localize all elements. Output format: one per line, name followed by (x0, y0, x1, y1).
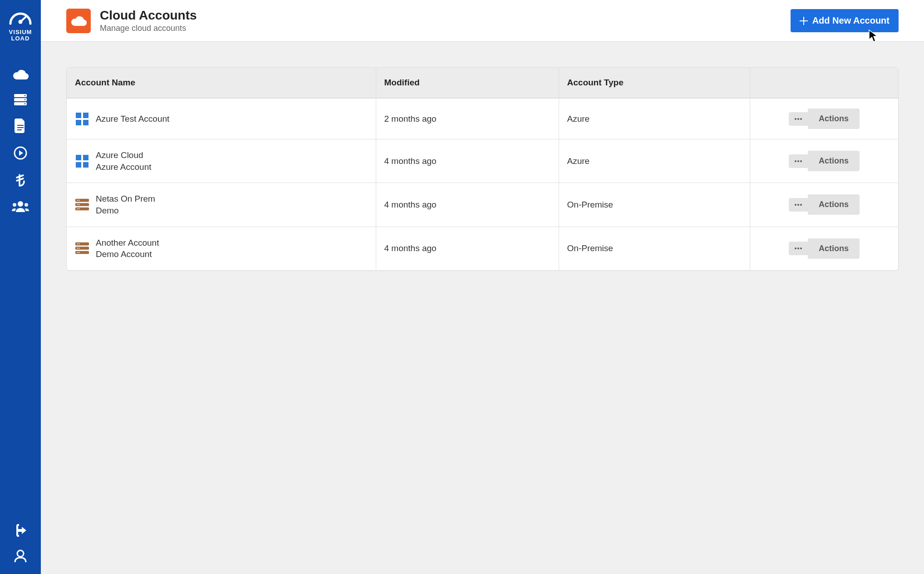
cell-account-name: Another AccountDemo Account (67, 227, 376, 270)
svg-point-7 (25, 103, 26, 104)
table-body: Azure Test Account2 months agoAzureActio… (67, 98, 898, 270)
svg-point-42 (800, 204, 802, 206)
accounts-table: Account Name Modified Account Type Azure… (66, 67, 899, 271)
col-header-actions (750, 68, 898, 98)
servers-icon (13, 93, 28, 106)
profile-icon (14, 549, 27, 563)
cell-modified: 4 months ago (376, 227, 559, 270)
svg-point-41 (797, 204, 799, 206)
svg-point-54 (800, 247, 802, 249)
svg-point-5 (25, 95, 26, 96)
nav-play[interactable] (13, 146, 28, 160)
app-root: VISIUM LOAD (0, 0, 924, 574)
file-icon (15, 119, 26, 133)
svg-rect-17 (76, 113, 81, 118)
nav-profile[interactable] (14, 549, 27, 563)
cell-modified: 2 months ago (376, 99, 559, 139)
cell-account-name: Netas On PremDemo (67, 183, 376, 226)
svg-rect-27 (83, 162, 88, 168)
sidebar-nav (12, 69, 29, 212)
svg-point-49 (79, 248, 79, 249)
account-name-line1: Azure Test Account (96, 113, 169, 125)
svg-point-37 (79, 204, 79, 205)
gauge-icon (8, 8, 33, 26)
account-name-line1: Azure Cloud (96, 149, 152, 161)
more-dots-icon (794, 247, 802, 250)
more-dots-icon (794, 160, 802, 163)
more-dots-icon (794, 118, 802, 120)
currency-icon (15, 173, 26, 188)
svg-point-35 (79, 200, 79, 201)
svg-point-21 (795, 118, 796, 120)
col-header-modified: Modified (376, 68, 559, 98)
row-more-button[interactable] (789, 154, 808, 168)
row-actions-button[interactable]: Actions (808, 109, 860, 129)
add-new-account-button[interactable]: Add New Account (791, 9, 899, 32)
cell-actions: Actions (750, 227, 898, 270)
row-actions-button[interactable]: Actions (808, 194, 860, 215)
svg-point-51 (79, 252, 79, 253)
header-titles: Cloud Accounts Manage cloud accounts (100, 8, 197, 33)
nav-signout[interactable] (14, 524, 27, 537)
col-header-name: Account Name (67, 68, 376, 98)
account-name-line2: Demo (96, 205, 155, 217)
account-name-text: Netas On PremDemo (96, 193, 155, 216)
row-more-button[interactable] (789, 198, 808, 212)
signout-icon (14, 524, 27, 537)
cell-account-type: Azure (559, 99, 750, 139)
nav-cloud[interactable] (12, 69, 29, 80)
nav-file[interactable] (15, 119, 26, 133)
svg-point-40 (795, 204, 796, 206)
svg-point-50 (77, 252, 78, 253)
row-actions-button[interactable]: Actions (808, 238, 860, 259)
account-name-line2: Demo Account (96, 248, 159, 260)
cell-account-type: On-Premise (559, 227, 750, 270)
svg-point-34 (77, 200, 78, 201)
table-header: Account Name Modified Account Type (67, 68, 898, 98)
svg-point-53 (797, 247, 799, 249)
svg-rect-20 (83, 120, 88, 125)
table-row: Another AccountDemo Account4 months agoO… (67, 227, 898, 270)
svg-point-47 (79, 243, 79, 244)
svg-point-36 (77, 204, 78, 205)
nav-currency[interactable] (15, 173, 26, 188)
table-row: Azure Test Account2 months agoAzureActio… (67, 98, 898, 139)
cell-modified: 4 months ago (376, 183, 559, 226)
cell-actions: Actions (750, 99, 898, 139)
col-header-type: Account Type (559, 68, 750, 98)
cell-account-type: On-Premise (559, 183, 750, 226)
table-row: Netas On PremDemo4 months agoOn-PremiseA… (67, 183, 898, 226)
nav-servers[interactable] (13, 93, 28, 106)
azure-icon (75, 154, 89, 168)
account-name-line1: Another Account (96, 237, 159, 249)
nav-users[interactable] (12, 200, 29, 212)
row-more-button[interactable] (789, 242, 808, 255)
header-cloud-icon (66, 9, 91, 33)
account-name-text: Another AccountDemo Account (96, 237, 159, 260)
cell-modified: 4 months ago (376, 139, 559, 183)
svg-point-13 (18, 201, 23, 207)
server-rack-icon (75, 198, 89, 212)
svg-point-29 (797, 160, 799, 162)
more-dots-icon (794, 203, 802, 206)
page-subtitle: Manage cloud accounts (100, 24, 197, 33)
sidebar: VISIUM LOAD (0, 0, 41, 574)
cloud-icon (12, 69, 29, 80)
page-header: Cloud Accounts Manage cloud accounts Add… (41, 0, 924, 42)
svg-point-28 (795, 160, 796, 162)
svg-rect-10 (17, 129, 22, 130)
svg-point-38 (77, 208, 78, 209)
cell-account-type: Azure (559, 139, 750, 183)
row-more-button[interactable] (789, 112, 808, 126)
sidebar-bottom (14, 524, 27, 574)
page-title: Cloud Accounts (100, 8, 197, 23)
account-name-line1: Netas On Prem (96, 193, 155, 205)
cell-actions: Actions (750, 139, 898, 183)
svg-point-39 (79, 208, 79, 209)
users-icon (12, 200, 29, 212)
svg-point-15 (25, 203, 28, 207)
azure-icon (75, 112, 89, 126)
svg-rect-18 (83, 113, 88, 118)
row-actions-button[interactable]: Actions (808, 151, 860, 171)
play-icon (13, 146, 28, 160)
